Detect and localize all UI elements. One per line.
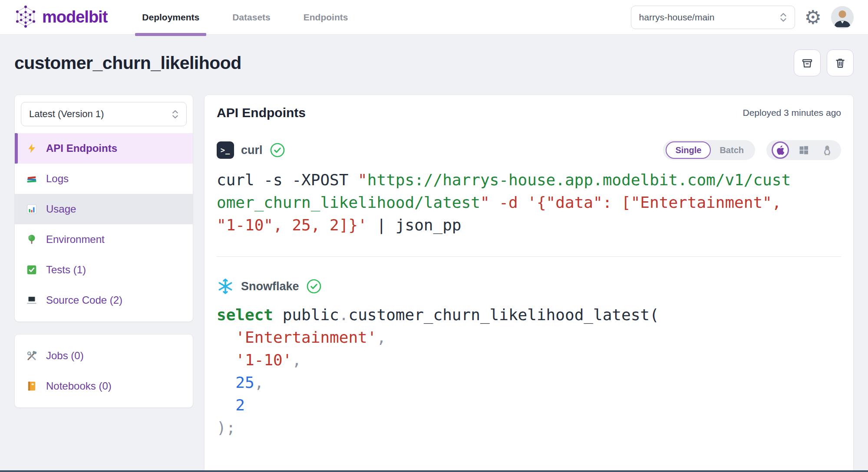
archive-box-icon [801, 56, 814, 69]
api-endpoints-panel: API Endpoints Deployed 3 minutes ago >_ … [204, 95, 854, 472]
sidebar-menu: API EndpointsLogsUsageEnvironmentTests (… [15, 133, 193, 315]
success-check-icon [306, 279, 322, 294]
sidebar-primary-card: Latest (Version 1) API EndpointsLogsUsag… [14, 95, 193, 322]
sidebar-item-tests-1[interactable]: Tests (1) [15, 255, 193, 285]
sidebar-item-label: Usage [46, 203, 76, 215]
trash-icon [834, 56, 847, 69]
laptop-icon [25, 294, 38, 307]
window-bottom-edge [0, 470, 868, 472]
primary-nav: Deployments Datasets Endpoints [125, 0, 364, 35]
curl-controls: SingleBatch [663, 140, 841, 160]
mode-option-single[interactable]: Single [666, 141, 711, 159]
nav-tab-deployments[interactable]: Deployments [138, 0, 204, 35]
os-option-apple[interactable] [772, 141, 789, 159]
curl-label: curl [241, 144, 263, 157]
chevron-up-down-icon [172, 109, 178, 119]
sidebar-item-label: Notebooks (0) [46, 380, 112, 392]
deployment-actions [794, 49, 854, 76]
top-navigation-bar: modelbit Deployments Datasets Endpoints … [0, 0, 868, 35]
curl-code-block[interactable]: curl -s -XPOST "https://harrys-house.app… [217, 169, 841, 236]
mode-option-batch[interactable]: Batch [711, 141, 752, 159]
snowflake-label: Snowflake [241, 280, 299, 293]
code-line: ); [217, 416, 841, 439]
terminal-icon: >_ [217, 141, 234, 159]
deployed-status: Deployed 3 minutes ago [743, 108, 841, 118]
delete-button[interactable] [827, 49, 854, 76]
code-line: "1-10", 25, 2]}' | json_pp [217, 214, 841, 236]
modelbit-logo-icon [14, 5, 37, 30]
lightning-icon [25, 142, 38, 155]
code-line: select public.customer_churn_likelihood_… [217, 304, 841, 326]
topbar-right-cluster: harrys-house/main ⚙ [631, 6, 854, 29]
workspace-selector[interactable]: harrys-house/main [631, 6, 795, 29]
sidebar-item-environment[interactable]: Environment [15, 224, 193, 255]
tools-icon [25, 349, 38, 362]
sidebar-item-label: Tests (1) [46, 264, 86, 276]
modelbit-logo[interactable]: modelbit [14, 5, 107, 30]
code-line: 2 [217, 394, 841, 416]
version-selector[interactable]: Latest (Version 1) [21, 102, 187, 126]
snowflake-code-block[interactable]: select public.customer_churn_likelihood_… [217, 304, 841, 439]
deployment-sidebar: Latest (Version 1) API EndpointsLogsUsag… [14, 95, 193, 408]
os-selector [766, 140, 841, 160]
code-line: 'Entertainment', [217, 326, 841, 349]
code-line: 25, [217, 371, 841, 394]
curl-section-header: >_ curl SingleBatch [217, 140, 841, 160]
sidebar-item-usage[interactable]: Usage [15, 194, 193, 224]
chevron-up-down-icon [780, 12, 787, 23]
sidebar-item-label: Environment [46, 233, 105, 246]
settings-gear-icon[interactable]: ⚙ [805, 8, 822, 27]
section-divider [217, 256, 841, 257]
success-check-icon [270, 142, 285, 158]
code-line: curl -s -XPOST "https://harrys-house.app… [217, 169, 841, 191]
os-option-linux[interactable] [818, 141, 836, 159]
sidebar-item-label: Source Code (2) [46, 294, 122, 306]
bar-chart-icon [25, 203, 38, 216]
books-icon [25, 172, 38, 185]
archive-button[interactable] [794, 49, 821, 76]
apple-icon [776, 144, 785, 156]
single-batch-toggle: SingleBatch [663, 140, 755, 160]
page-header: customer_churn_likelihood [14, 49, 854, 76]
content-area: Latest (Version 1) API EndpointsLogsUsag… [0, 95, 868, 472]
sidebar-secondary-card: Jobs (0)Notebooks (0) [14, 334, 193, 408]
check-box-icon [25, 263, 38, 276]
tree-icon [25, 233, 38, 246]
panel-title: API Endpoints [217, 105, 306, 120]
sidebar-item-label: Logs [46, 173, 69, 185]
snowflake-icon [217, 278, 234, 295]
sidebar-item-source-code-2[interactable]: Source Code (2) [15, 285, 193, 315]
notebook-icon [25, 380, 38, 393]
code-line: '1-10', [217, 349, 841, 371]
nav-tab-endpoints[interactable]: Endpoints [299, 0, 353, 35]
brand-wordmark: modelbit [42, 8, 107, 26]
nav-tab-datasets[interactable]: Datasets [228, 0, 275, 35]
sidebar-item-label: Jobs (0) [46, 350, 84, 362]
panel-header: API Endpoints Deployed 3 minutes ago [217, 105, 841, 120]
code-line: omer_churn_likelihood/latest" -d '{"data… [217, 191, 841, 214]
snowflake-section-header: Snowflake [217, 278, 841, 295]
sidebar-secondary-menu: Jobs (0)Notebooks (0) [15, 341, 193, 401]
linux-tux-icon [822, 144, 832, 156]
app-window: modelbit Deployments Datasets Endpoints … [0, 0, 868, 472]
user-avatar[interactable] [831, 6, 854, 29]
sidebar-item-label: API Endpoints [46, 142, 117, 154]
sidebar-item-notebooks-0[interactable]: Notebooks (0) [15, 371, 193, 401]
sidebar-item-logs[interactable]: Logs [15, 164, 193, 194]
os-option-windows[interactable] [795, 141, 812, 159]
avatar-photo [831, 6, 854, 29]
windows-icon [799, 145, 809, 155]
active-tab-underline [135, 33, 206, 36]
sidebar-item-api-endpoints[interactable]: API Endpoints [15, 133, 193, 164]
page-title: customer_churn_likelihood [14, 53, 241, 73]
sidebar-item-jobs-0[interactable]: Jobs (0) [15, 341, 193, 371]
